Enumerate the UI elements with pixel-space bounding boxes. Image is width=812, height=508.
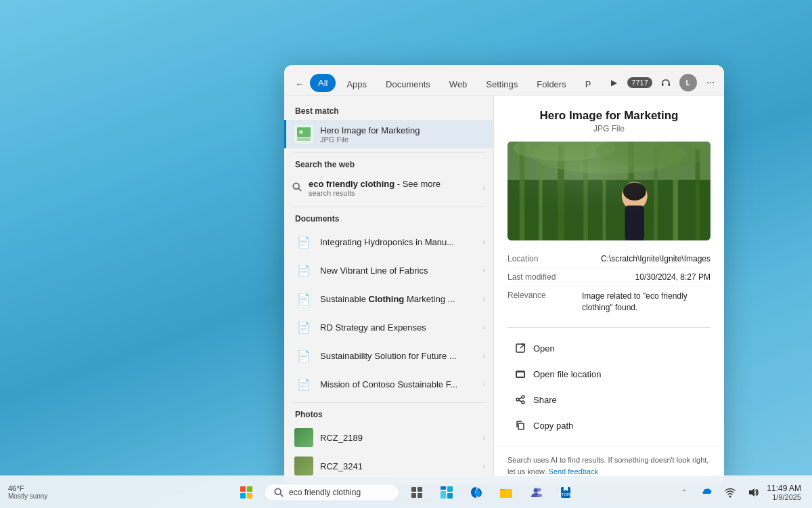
svg-line-37 bbox=[280, 494, 283, 496]
headset-button[interactable] bbox=[656, 73, 675, 92]
svg-rect-39 bbox=[418, 487, 422, 492]
svg-rect-44 bbox=[441, 491, 446, 499]
tab-folders[interactable]: Folders bbox=[528, 75, 574, 93]
photo-arrow-1: › bbox=[483, 434, 485, 442]
photo-icon-1 bbox=[294, 428, 313, 447]
feedback-link[interactable]: Send feedback bbox=[549, 467, 598, 475]
doc-item-1[interactable]: 📄 Integrating Hydroponics in Manu... › bbox=[284, 228, 493, 256]
svg-rect-4 bbox=[297, 137, 311, 141]
photo-text-1: RCZ_2189 bbox=[320, 433, 476, 443]
svg-rect-35 bbox=[518, 423, 524, 429]
tab-all[interactable]: All bbox=[310, 74, 336, 92]
best-match-item[interactable]: Hero Image for Marketing JPG File bbox=[284, 120, 493, 148]
svg-rect-41 bbox=[418, 493, 422, 498]
copy-icon bbox=[514, 419, 526, 431]
photo-arrow-2: › bbox=[483, 463, 485, 470]
web-search-bold: eco friendly clothing bbox=[309, 179, 394, 189]
doc-text-2: New Vibrant Line of Fabrics bbox=[320, 266, 476, 276]
file-explorer-button[interactable] bbox=[494, 480, 518, 505]
onedrive-icon[interactable] bbox=[698, 483, 717, 502]
doc-item-4[interactable]: 📄 RD Strategy and Expenses › bbox=[284, 313, 493, 341]
documents-title: Documents bbox=[284, 211, 493, 228]
share-label: Share bbox=[533, 395, 557, 405]
doc-text-3: Sustainable Clothing Marketing ... bbox=[320, 294, 476, 304]
edge-button[interactable] bbox=[464, 480, 489, 505]
web-search-rest: - See more bbox=[394, 179, 441, 189]
divider-3 bbox=[292, 402, 485, 403]
svg-rect-40 bbox=[411, 493, 416, 498]
best-match-title: Best match bbox=[284, 104, 493, 120]
relevance-value: Image related to "eco friendly clothing"… bbox=[582, 291, 710, 314]
widgets-button[interactable] bbox=[434, 480, 459, 505]
svg-rect-0 bbox=[662, 83, 664, 86]
volume-icon[interactable] bbox=[744, 483, 763, 502]
meta-modified: Last modified 10/30/2024, 8:27 PM bbox=[508, 268, 710, 287]
doc-text-6: Mission of Contoso Sustainable F... bbox=[320, 379, 476, 389]
photo-icon-2 bbox=[294, 457, 313, 475]
divider-2 bbox=[292, 207, 485, 207]
back-button[interactable]: ← bbox=[295, 75, 304, 93]
tab-web[interactable]: Web bbox=[441, 75, 476, 93]
doc-icon-3: 📄 bbox=[294, 289, 313, 308]
doc-item-6[interactable]: 📄 Mission of Contoso Sustainable F... › bbox=[284, 370, 493, 398]
svg-line-7 bbox=[298, 188, 301, 191]
search-content: Best match Hero Image for Marketing JPG … bbox=[284, 96, 724, 485]
doc-text-5: Sustainability Solution for Future ... bbox=[320, 351, 476, 361]
win-logo-red bbox=[240, 486, 246, 492]
start-button[interactable] bbox=[234, 480, 258, 505]
web-search-arrow: › bbox=[483, 184, 485, 192]
svg-rect-29 bbox=[516, 372, 524, 377]
best-match-icon bbox=[294, 125, 313, 144]
store-button[interactable]: STORE bbox=[554, 480, 578, 505]
web-search-item[interactable]: eco friendly clothing - See more search … bbox=[284, 173, 493, 203]
doc-item-3[interactable]: 📄 Sustainable Clothing Marketing ... › bbox=[284, 284, 493, 313]
user-avatar[interactable]: L bbox=[679, 74, 697, 91]
show-hidden-icons[interactable]: ⌃ bbox=[675, 483, 694, 502]
tab-documents[interactable]: Documents bbox=[378, 75, 438, 93]
open-icon bbox=[514, 342, 526, 354]
share-button[interactable]: Share bbox=[508, 387, 710, 412]
doc-name-3: Sustainable Clothing Marketing ... bbox=[320, 294, 476, 304]
doc-arrow-5: › bbox=[483, 352, 485, 360]
left-panel: Best match Hero Image for Marketing JPG … bbox=[284, 96, 494, 485]
taskbar-search-input[interactable] bbox=[289, 488, 384, 497]
svg-line-33 bbox=[519, 398, 522, 399]
svg-rect-38 bbox=[411, 487, 416, 492]
task-view-button[interactable] bbox=[405, 480, 429, 505]
tab-settings[interactable]: Settings bbox=[478, 75, 526, 93]
svg-rect-1 bbox=[668, 83, 670, 86]
tab-apps[interactable]: Apps bbox=[338, 75, 375, 93]
play-button[interactable]: ▶ bbox=[604, 73, 623, 92]
svg-rect-45 bbox=[447, 493, 453, 499]
svg-rect-47 bbox=[500, 490, 512, 498]
best-match-name: Hero Image for Marketing bbox=[320, 125, 485, 135]
doc-item-5[interactable]: 📄 Sustainability Solution for Future ...… bbox=[284, 341, 493, 370]
tab-p[interactable]: P bbox=[577, 75, 600, 93]
svg-marker-53 bbox=[749, 488, 754, 496]
wifi-icon[interactable] bbox=[721, 483, 740, 502]
web-search-query: eco friendly clothing - See more bbox=[309, 179, 476, 189]
svg-point-31 bbox=[516, 398, 519, 401]
share-icon bbox=[514, 394, 526, 406]
best-match-subtype: JPG File bbox=[320, 135, 485, 144]
teams-button[interactable] bbox=[524, 480, 548, 505]
open-button[interactable]: Open bbox=[508, 336, 710, 360]
win-logo-yellow bbox=[247, 493, 252, 499]
weather-info: 46°F Mostly sunny bbox=[8, 484, 47, 500]
more-options-button[interactable]: ⋯ bbox=[701, 73, 720, 92]
time-date[interactable]: 11:49 AM 1/9/2025 bbox=[767, 484, 801, 501]
svg-rect-42 bbox=[441, 486, 446, 490]
taskbar-search[interactable] bbox=[264, 484, 399, 501]
web-search-title: Search the web bbox=[284, 157, 493, 173]
svg-point-5 bbox=[299, 130, 303, 134]
copy-path-button[interactable]: Copy path bbox=[508, 413, 710, 438]
doc-item-2[interactable]: 📄 New Vibrant Line of Fabrics › bbox=[284, 256, 493, 284]
divider-1 bbox=[292, 152, 485, 153]
photo-item-1[interactable]: RCZ_2189 › bbox=[284, 423, 493, 452]
clock-date: 1/9/2025 bbox=[767, 493, 801, 501]
preview-meta: Location C:\scratch\Ignite\Ignite\Images… bbox=[494, 240, 724, 327]
open-location-button[interactable]: Open file location bbox=[508, 362, 710, 386]
copy-path-label: Copy path bbox=[533, 421, 573, 431]
right-panel: Hero Image for Marketing JPG File bbox=[494, 96, 724, 485]
best-match-text: Hero Image for Marketing JPG File bbox=[320, 125, 485, 144]
